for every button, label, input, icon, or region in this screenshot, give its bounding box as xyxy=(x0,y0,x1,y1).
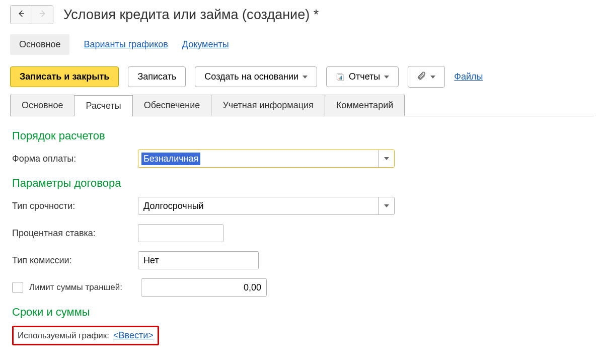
commission-label: Тип комиссии: xyxy=(12,255,132,266)
chevron-down-icon xyxy=(303,76,308,79)
tab-acct[interactable]: Учетная информация xyxy=(211,95,325,116)
urgency-input[interactable] xyxy=(138,197,378,214)
schedule-highlight-box: Используемый график: <Ввести> xyxy=(12,326,159,345)
tab-comment[interactable]: Комментарий xyxy=(325,95,405,116)
chevron-down-icon xyxy=(384,76,389,79)
back-button[interactable] xyxy=(11,6,32,24)
tab-collateral[interactable]: Обеспечение xyxy=(132,95,212,116)
chevron-down-icon xyxy=(384,204,389,207)
page-title: Условия кредита или займа (создание) * xyxy=(63,7,319,23)
payment-form-dropdown[interactable] xyxy=(378,150,394,167)
tab-calc[interactable]: Расчеты xyxy=(74,95,132,116)
save-button[interactable]: Записать xyxy=(128,66,186,87)
payment-form-label: Форма оплаты: xyxy=(12,154,132,164)
section-main[interactable]: Основное xyxy=(10,34,69,55)
save-close-button[interactable]: Записать и закрыть xyxy=(10,66,119,87)
contract-params-header: Параметры договора xyxy=(12,177,592,190)
forward-button[interactable] xyxy=(32,6,53,24)
rate-input[interactable] xyxy=(138,225,223,242)
files-link[interactable]: Файлы xyxy=(454,71,483,82)
create-based-button[interactable]: Создать на основании xyxy=(195,66,317,87)
svg-rect-6 xyxy=(341,76,342,80)
urgency-dropdown[interactable] xyxy=(378,197,394,214)
svg-rect-5 xyxy=(340,77,341,80)
chevron-down-icon xyxy=(430,76,435,79)
tab-main[interactable]: Основное xyxy=(10,95,74,116)
create-based-label: Создать на основании xyxy=(204,71,298,82)
urgency-label: Тип срочности: xyxy=(12,201,132,211)
section-variants-link[interactable]: Варианты графиков xyxy=(84,39,168,50)
reports-icon xyxy=(336,72,345,82)
arrow-right-icon xyxy=(38,9,47,21)
payment-form-input[interactable]: Безналичная xyxy=(141,153,200,165)
arrow-left-icon xyxy=(17,9,26,21)
reports-label: Отчеты xyxy=(349,71,380,82)
svg-rect-4 xyxy=(339,78,340,80)
rate-label: Процентная ставка: xyxy=(12,228,132,239)
tranche-limit-label: Лимит суммы траншей: xyxy=(29,282,135,293)
commission-input[interactable] xyxy=(138,252,259,269)
tranche-limit-input[interactable] xyxy=(141,278,267,297)
schedule-label: Используемый график: xyxy=(18,331,109,341)
paperclip-icon xyxy=(417,71,426,83)
chevron-down-icon xyxy=(384,157,389,160)
terms-header: Сроки и суммы xyxy=(12,306,592,319)
tranche-limit-checkbox[interactable] xyxy=(12,282,23,293)
reports-button[interactable]: Отчеты xyxy=(326,66,399,87)
schedule-enter-link[interactable]: <Ввести> xyxy=(113,330,154,341)
attachment-button[interactable] xyxy=(408,66,445,88)
calc-order-header: Порядок расчетов xyxy=(12,129,592,142)
section-documents-link[interactable]: Документы xyxy=(182,39,229,50)
